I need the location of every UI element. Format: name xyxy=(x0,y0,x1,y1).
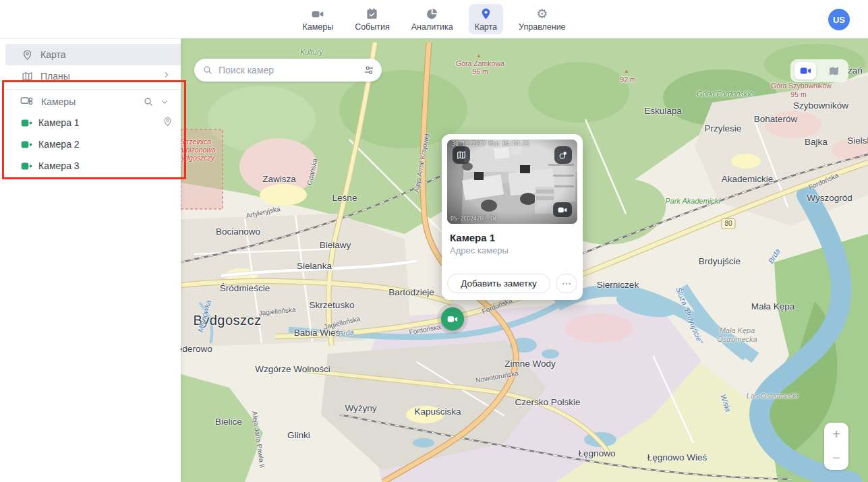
cctv-camera-model: DS-2CD2420F-IW xyxy=(451,216,496,222)
tab-management[interactable]: ⚙ Управление xyxy=(513,4,572,34)
camera-name: Камера 3 xyxy=(38,160,173,171)
open-in-new-icon xyxy=(558,150,568,160)
location-pin-icon xyxy=(480,7,492,21)
camera-name: Камера 2 xyxy=(38,139,173,150)
located-pin-icon xyxy=(163,117,173,129)
camera-name: Камера 1 xyxy=(38,117,163,128)
main-nav: Камеры События Аналитика Карта xyxy=(296,4,571,34)
filter-sliders-icon[interactable] xyxy=(363,64,375,76)
calendar-check-icon xyxy=(366,7,378,21)
sidebar-item-map[interactable]: Карта xyxy=(5,44,181,65)
popup-camera-title: Камера 1 xyxy=(450,232,575,243)
map-area[interactable]: KulturyGórki FordońskiePark Akademicki▲G… xyxy=(181,38,868,482)
tab-label: Карта xyxy=(475,22,497,32)
camera-search-bar xyxy=(194,59,382,82)
chevron-down-icon[interactable] xyxy=(156,94,173,110)
add-note-button[interactable]: Добавить заметку xyxy=(447,274,550,293)
more-options-icon xyxy=(561,278,572,289)
camera-list-item-2[interactable]: Камера 2 xyxy=(0,133,181,155)
camera-list-item-1[interactable]: Камера 1 xyxy=(0,112,181,133)
map-outline-icon xyxy=(20,69,34,83)
camera-map-marker[interactable] xyxy=(441,307,464,330)
cameras-section-header[interactable]: Камеры xyxy=(0,92,181,112)
map-icon xyxy=(457,150,466,160)
user-avatar[interactable]: US xyxy=(828,9,850,30)
camera-icon xyxy=(21,118,33,127)
zoom-control: + − xyxy=(824,423,848,470)
video-camera-icon xyxy=(558,206,567,214)
content-area: Карта Планы Камеры xyxy=(0,38,868,482)
tab-label: События xyxy=(355,22,390,32)
gear-icon: ⚙ xyxy=(536,7,548,21)
camera-icon xyxy=(21,161,33,171)
tab-label: Аналитика xyxy=(411,22,453,32)
camera-icon xyxy=(21,140,33,149)
video-camera-icon xyxy=(447,315,458,324)
search-icon xyxy=(202,65,213,76)
video-camera-icon xyxy=(311,7,324,21)
sidebar: Карта Планы Камеры xyxy=(0,38,181,482)
more-options-button[interactable] xyxy=(556,274,577,293)
cameras-group-icon xyxy=(20,95,35,109)
map-layer-control xyxy=(790,59,848,82)
camera-type-badge xyxy=(553,202,572,217)
search-input[interactable] xyxy=(219,65,363,76)
top-navbar: Камеры События Аналитика Карта xyxy=(0,0,868,38)
sidebar-item-label: Карта xyxy=(40,49,171,60)
camera-list-item-3[interactable]: Камера 3 xyxy=(0,155,181,177)
app-window: Камеры События Аналитика Карта xyxy=(0,0,868,482)
location-pin-outline-icon xyxy=(20,48,34,61)
popup-actions: Добавить заметку xyxy=(447,274,577,293)
camera-preview[interactable]: 30-10-2017 Mon 04:54:21 DS-2CD2420F-IW xyxy=(447,140,577,224)
tab-label: Камеры xyxy=(302,22,333,32)
pie-chart-icon xyxy=(426,7,438,21)
map-style-button[interactable] xyxy=(823,62,844,80)
tab-map[interactable]: Карта xyxy=(469,4,503,34)
open-in-new-button[interactable] xyxy=(554,146,572,164)
zoom-in-button[interactable]: + xyxy=(824,424,848,446)
section-label: Камеры xyxy=(41,96,140,107)
chevron-right-icon xyxy=(162,70,171,82)
tab-events[interactable]: События xyxy=(349,4,396,34)
cameras-layer-button[interactable] xyxy=(794,62,816,80)
sidebar-item-plans[interactable]: Планы xyxy=(0,65,181,87)
tab-analytics[interactable]: Аналитика xyxy=(405,4,459,34)
zoom-out-button[interactable]: − xyxy=(824,448,848,469)
divider xyxy=(0,89,181,90)
map-icon xyxy=(828,65,840,77)
tab-cameras[interactable]: Камеры xyxy=(296,4,339,34)
camera-popup: 30-10-2017 Mon 04:54:21 DS-2CD2420F-IW К… xyxy=(442,134,583,300)
sidebar-item-label: Планы xyxy=(40,71,162,82)
video-camera-icon xyxy=(800,66,811,76)
show-on-map-button[interactable] xyxy=(453,146,470,164)
popup-camera-address: Адрес камеры xyxy=(450,245,575,255)
search-icon[interactable] xyxy=(140,94,156,110)
tab-label: Управление xyxy=(519,22,566,32)
